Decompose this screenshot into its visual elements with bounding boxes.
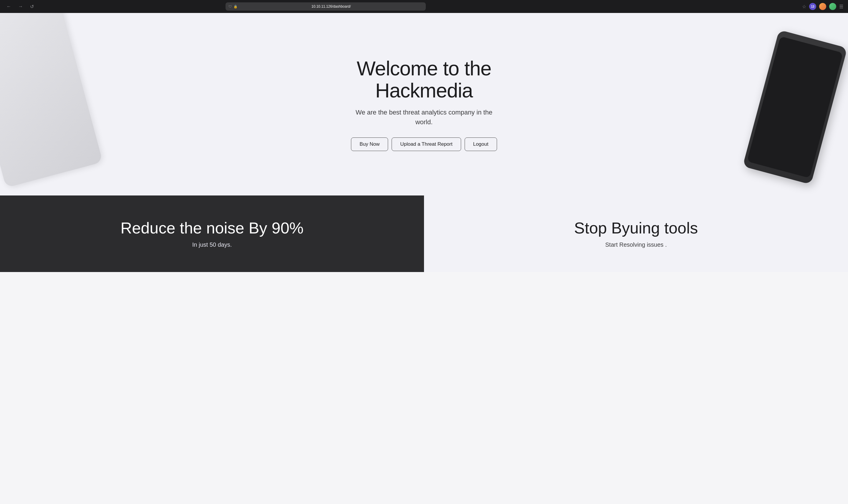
bottom-row: Reduce the noise By 90% In just 50 days.… [0, 196, 848, 272]
tablet-decoration [0, 13, 103, 188]
shield-icon: 🛡 [229, 5, 232, 8]
address-bar[interactable]: 🛡 🔒 10.10.11.126/dashboard/ [225, 2, 426, 11]
logout-button[interactable]: Logout [465, 138, 497, 151]
forward-button[interactable]: → [17, 3, 25, 10]
buy-now-button[interactable]: Buy Now [351, 138, 388, 151]
upload-threat-report-button[interactable]: Upload a Threat Report [392, 138, 461, 151]
browser-chrome: ← → ↺ 🛡 🔒 10.10.11.126/dashboard/ ☆ 13 ☰ [0, 0, 848, 13]
dark-card-subtitle: In just 50 days. [192, 241, 232, 248]
phone-decoration [743, 30, 847, 184]
light-card-title: Stop Byuing tools [574, 219, 698, 237]
dark-card-title: Reduce the noise By 90% [121, 219, 303, 237]
profile-badge[interactable]: 13 [809, 3, 816, 10]
hero-content: Welcome to the Hackmedia We are the best… [345, 46, 503, 163]
browser-right-controls: ☆ 13 ☰ [802, 3, 843, 10]
lock-icon: 🔒 [234, 5, 238, 8]
hero-buttons: Buy Now Upload a Threat Report Logout [351, 138, 497, 151]
avatar-green[interactable] [829, 3, 836, 10]
dark-card: Reduce the noise By 90% In just 50 days. [0, 196, 424, 272]
avatar-orange[interactable] [819, 3, 826, 10]
refresh-button[interactable]: ↺ [28, 3, 36, 11]
light-card: Stop Byuing tools Start Resolving issues… [424, 196, 848, 272]
menu-icon[interactable]: ☰ [839, 4, 843, 10]
star-icon[interactable]: ☆ [802, 4, 806, 10]
hero-section: Welcome to the Hackmedia We are the best… [0, 13, 848, 196]
phone-screen [747, 36, 843, 178]
url-text: 10.10.11.126/dashboard/ [239, 4, 423, 8]
back-button[interactable]: ← [5, 3, 13, 10]
hero-title: Welcome to the Hackmedia [351, 57, 497, 102]
light-card-subtitle: Start Resolving issues . [606, 241, 667, 248]
hero-subtitle: We are the best threat analytics company… [353, 107, 495, 127]
